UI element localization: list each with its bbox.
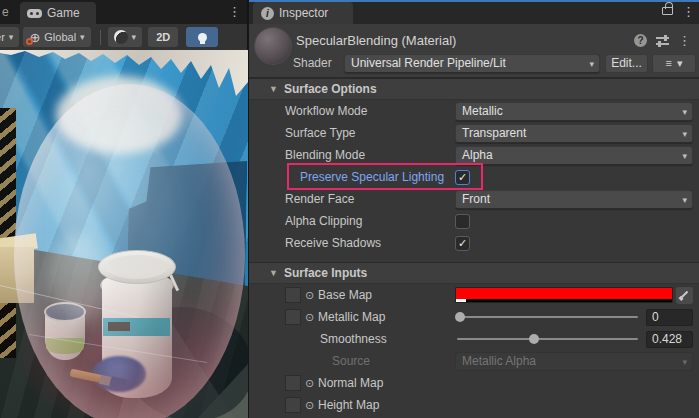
material-title: SpecularBlending (Material) [296,33,456,48]
preserve-specular-lighting-checkbox[interactable]: ✓ [455,170,470,185]
pivot-dropdown-button[interactable]: ter ▾ [0,27,19,47]
metallic-value: 0 [652,310,659,324]
edit-shader-button[interactable]: Edit... [605,54,648,73]
chevron-down-icon: ▾ [9,32,14,42]
alpha-clipping-label: Alpha Clipping [285,214,455,228]
header-kebab-menu-icon[interactable]: ⋮ [678,33,691,48]
smoothness-slider[interactable] [455,330,640,348]
workflow-mode-label: Workflow Mode [285,104,455,118]
shader-dropdown[interactable]: Universal Render Pipeline/Lit ▾ [344,54,600,73]
base-map-texture-slot[interactable] [285,287,301,303]
base-map-color-field[interactable] [455,287,673,303]
blending-mode-row: Blending Mode Alpha ▾ [249,144,699,166]
alpha-bar-value [456,299,466,302]
preserve-specular-lighting-row: Preserve Specular Lighting ✓ [249,166,699,188]
tab-game[interactable]: Game [20,2,96,24]
surface-type-dropdown[interactable]: Transparent ▾ [455,124,693,143]
presets-icon[interactable] [656,35,669,47]
texture-picker-icon[interactable]: ⊙ [305,289,318,302]
surface-type-value: Transparent [462,126,526,140]
shaded-sphere-icon [114,30,128,44]
receive-shadows-row: Receive Shadows ✓ [249,232,699,254]
section-surface-inputs[interactable]: ▼ Surface Inputs [249,262,699,284]
game-toolbar: ter ▾ ⊕ Global ▾ ▾ 2D [0,24,247,50]
2d-toggle-button[interactable]: 2D [148,27,178,47]
texture-picker-icon[interactable]: ⊙ [305,377,318,390]
chevron-down-icon: ▾ [80,32,85,42]
height-map-label: Height Map [318,398,379,412]
unlock-icon[interactable] [662,7,673,15]
metallic-slider[interactable] [455,308,640,326]
receive-shadows-checkbox[interactable]: ✓ [455,236,470,251]
surface-type-label: Surface Type [285,126,455,140]
section-surface-options[interactable]: ▼ Surface Options [249,78,699,100]
height-map-texture-slot[interactable] [285,397,301,413]
slider-handle[interactable] [529,334,539,344]
shader-menu-button[interactable]: ≡ ▾ [652,54,696,73]
blending-mode-dropdown[interactable]: Alpha ▾ [455,146,693,165]
surface-options-title: Surface Options [284,82,377,96]
eyedropper-button[interactable] [676,287,693,304]
texture-picker-icon[interactable]: ⊙ [305,311,318,324]
chevron-down-icon: ▾ [682,151,687,161]
chevron-down-icon: ▾ [682,195,687,205]
transparent-sphere [14,84,245,418]
smoothness-value-field[interactable]: 0.428 [646,331,693,348]
render-face-dropdown[interactable]: Front ▾ [455,190,693,209]
preserve-specular-lighting-label: Preserve Specular Lighting [285,170,455,184]
base-map-label: Base Map [318,288,372,302]
2d-label: 2D [156,31,170,43]
light-bulb-icon [198,33,207,42]
game-panel: e Game ⋮ ter ▾ ⊕ Global ▾ ▾ 2D [0,0,248,418]
workflow-mode-dropdown[interactable]: Metallic ▾ [455,102,693,121]
metallic-map-texture-slot[interactable] [285,309,301,325]
render-face-label: Render Face [285,192,455,206]
texture-picker-icon[interactable]: ⊙ [305,399,318,412]
alpha-bar [456,299,672,302]
render-face-row: Render Face Front ▾ [249,188,699,210]
chevron-down-icon: ▾ [682,129,687,139]
slider-track [457,338,638,340]
info-icon: i [261,7,274,20]
inspector-tab-label: Inspector [279,6,328,20]
game-viewport[interactable] [0,50,248,418]
game-tab-strip: e Game ⋮ [0,0,247,24]
normal-map-texture-slot[interactable] [285,375,301,391]
toolbar-separator [100,30,101,45]
color-swatch-red [456,288,672,299]
workflow-mode-row: Workflow Mode Metallic ▾ [249,100,699,122]
check-icon: ✓ [458,237,467,249]
metallic-map-label: Metallic Map [318,310,385,324]
global-dropdown-button[interactable]: ⊕ Global ▾ [23,27,90,47]
shading-mode-dropdown-button[interactable]: ▾ [108,27,143,47]
base-map-row: ⊙ Base Map [249,284,699,306]
source-row: Source Metallic Alpha ▾ [249,350,699,372]
inspector-kebab-menu-icon[interactable]: ⋮ [682,4,695,19]
game-kebab-menu-icon[interactable]: ⋮ [228,4,241,19]
inspector-panel: i Inspector ⋮ SpecularBlending (Material… [248,0,699,418]
lighting-toggle-button[interactable] [186,27,218,47]
global-label: Global [44,31,76,43]
edit-button-label: Edit... [611,56,642,70]
surface-type-row: Surface Type Transparent ▾ [249,122,699,144]
help-icon[interactable]: ? [634,34,647,47]
metallic-value-field[interactable]: 0 [646,309,693,326]
pivot-label: ter [0,31,5,43]
alpha-clipping-checkbox[interactable] [455,214,470,229]
slider-handle[interactable] [455,312,465,322]
partial-tab[interactable]: e [2,5,9,19]
normal-map-row: ⊙ Normal Map [249,372,699,394]
chevron-down-icon: ▾ [132,32,137,42]
metallic-map-row: ⊙ Metallic Map 0 [249,306,699,328]
material-header: SpecularBlending (Material) ? ⋮ Shader U… [249,24,699,78]
menu-icon: ≡ [666,57,672,69]
shader-label: Shader [293,56,344,70]
alpha-clipping-row: Alpha Clipping [249,210,699,232]
shader-dropdown-value: Universal Render Pipeline/Lit [351,56,506,70]
chevron-down-icon: ▾ [682,357,687,367]
tab-inspector[interactable]: i Inspector [253,2,353,24]
chevron-down-icon: ▾ [677,57,683,70]
smoothness-label: Smoothness [320,332,387,346]
material-preview-sphere[interactable] [254,27,292,65]
smoothness-value: 0.428 [652,332,682,346]
